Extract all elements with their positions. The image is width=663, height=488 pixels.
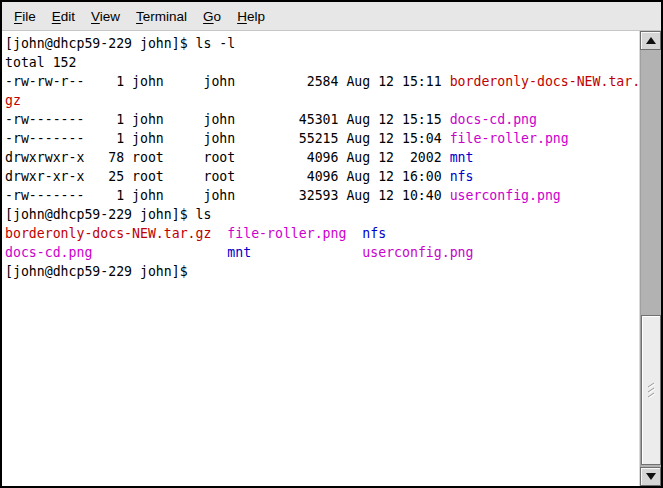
terminal-line: -rw------- 1 john john 55215 Aug 12 15:0…: [5, 129, 639, 148]
menu-bar: FileEditViewTerminalGoHelp: [2, 2, 661, 31]
terminal-line: [john@dhcp59-229 john]$: [5, 262, 639, 281]
menu-item-file[interactable]: File: [6, 6, 44, 27]
scroll-up-button[interactable]: [640, 31, 661, 50]
scrollbar-thumb[interactable]: [641, 315, 661, 465]
terminal-window: FileEditViewTerminalGoHelp [john@dhcp59-…: [0, 0, 663, 488]
arrow-down-icon: [646, 473, 656, 480]
terminal-line: total 152: [5, 53, 639, 72]
terminal-line: [john@dhcp59-229 john]$ ls: [5, 205, 639, 224]
terminal-line: -rw-rw-r-- 1 john john 2584 Aug 12 15:11…: [5, 72, 639, 91]
menu-item-terminal[interactable]: Terminal: [128, 6, 195, 27]
arrow-up-icon: [646, 37, 656, 44]
terminal-line: gz: [5, 91, 639, 110]
scrollbar-trough[interactable]: [640, 50, 661, 467]
menu-item-view[interactable]: View: [83, 6, 128, 27]
terminal-line: drwxrwxr-x 78 root root 4096 Aug 12 2002…: [5, 148, 639, 167]
terminal-line: [john@dhcp59-229 john]$ ls -l: [5, 34, 639, 53]
menu-item-go[interactable]: Go: [195, 6, 229, 27]
terminal-line: borderonly-docs-NEW.tar.gz file-roller.p…: [5, 224, 639, 243]
scroll-down-button[interactable]: [640, 467, 661, 486]
terminal-line: -rw------- 1 john john 32593 Aug 12 10:4…: [5, 186, 639, 205]
menu-item-help[interactable]: Help: [229, 6, 273, 27]
thumb-grip-icon: [644, 382, 658, 398]
terminal-line: drwxr-xr-x 25 root root 4096 Aug 12 16:0…: [5, 167, 639, 186]
terminal-output[interactable]: [john@dhcp59-229 john]$ ls -ltotal 152-r…: [2, 31, 639, 486]
scrollbar[interactable]: [639, 31, 661, 486]
main-area: [john@dhcp59-229 john]$ ls -ltotal 152-r…: [2, 31, 661, 486]
terminal-line: docs-cd.png mnt userconfig.png: [5, 243, 639, 262]
menu-item-edit[interactable]: Edit: [44, 6, 83, 27]
terminal-line: -rw------- 1 john john 45301 Aug 12 15:1…: [5, 110, 639, 129]
